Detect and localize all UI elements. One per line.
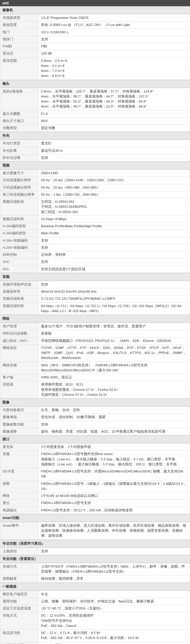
row-value: 32 Kbps~8 Mbps [39, 215, 190, 223]
section-header-专业功能（普通算法）: 专业功能（普通算法） [0, 555, 190, 563]
row-value: 定码率，变码率 [39, 251, 190, 258]
row-label: 电源接口类型 [0, 642, 39, 644]
row-value: 支持 [39, 258, 190, 266]
row-value: FWD4-LS和FWDA4-LS型号支持 [39, 500, 190, 507]
table-row: 传感器类型1/1.8" Progressive Scan CMOS [0, 14, 190, 22]
row-label: 日夜转换模式 [0, 407, 39, 414]
table-row: 存储方式上传FTP/SD卡（FWD4-LS和FWDA4-LS型号支持）/NAS，… [0, 563, 190, 575]
table-row: 电源接口类型Φ5.5 mm圆口 [0, 642, 190, 644]
row-label: 网络协议 [0, 344, 39, 362]
row-label: H.264编码类型 [0, 223, 39, 230]
row-value: 移动侦测，遮挡报警，异常 [39, 575, 190, 582]
row-value: 背光补偿、强光抑制、3D数字降噪、透雾 [39, 414, 190, 421]
row-label: 适应工作温度湿度 [0, 605, 39, 612]
row-value: Main Profile [39, 230, 190, 237]
section-header-一般规格: 一般规格 [0, 583, 190, 591]
row-label: 通用功能 [0, 598, 39, 605]
section-header-专业功能（深度学习算法）: 专业功能（深度学习算法） [0, 540, 190, 548]
section-table: 人脸抓拍支持 [0, 548, 190, 555]
table-row: H.265编码类型Main Profile [0, 230, 190, 237]
row-label: 补光灯类型 [0, 140, 39, 147]
table-row: 主码流视频分辨率50 Hz：25 fps（2560×1440，1920×1080… [0, 177, 190, 184]
row-value: 支持 [39, 421, 190, 428]
section-table: 日夜转换模式白天、夜晚、自动、定时图像增强背光补偿、强光抑制、3D数字降噪、透雾… [0, 406, 190, 435]
table-row: 音频采样率8kHz/16 kHz/32 kHz/44.1kHz/48 kHz [0, 288, 190, 295]
section-table: 存储方式上传FTP/SD卡（FWD4-LS和FWDA4-LS型号支持）/NAS，… [0, 563, 190, 583]
row-value: 50 Hz：25 fps（2560×1440，1920×1080，1280×72… [39, 177, 190, 184]
section-header-补光: 补光 [0, 132, 190, 140]
row-value: 心跳、镜像、密码保护、水印技术、IP地址过滤、flash日志、像素计数器 [39, 598, 190, 605]
table-row: 电源输出FWD4-LS型号支持：DC12 V，100 mA，仅供检器供电使用 [0, 507, 190, 514]
row-value: 上传FTP/SD卡（FWD4-LS和FWDA4-LS型号支持）/NAS，上传中心… [39, 563, 190, 575]
table-row: 网络协议TCP/IP，ICMP，HTTP，FTP，DHCP，DNS，DDNS，R… [0, 344, 190, 362]
section-table: 音频环境噪声过滤支持音频采样率8kHz/16 kHz/32 kHz/44.1kH… [0, 281, 190, 315]
row-label: 音频压缩标准 [0, 295, 39, 302]
row-value: 柔光灯 [39, 140, 190, 147]
row-value: NAS（NFS，SMB/CIFS协支持），FWD4A-LS和FWDA4-LS型号… [39, 362, 190, 374]
row-label: 图像增强 [0, 414, 39, 421]
row-label: 光圈类型 [0, 125, 39, 132]
row-label: P/N制 [0, 43, 39, 50]
row-label: 网页客户端语言 [0, 591, 39, 598]
section-header-视频: 视频 [0, 162, 190, 169]
row-label: 报警 [0, 480, 39, 493]
row-value: 2.8mm：2.5 m~84mm：3.1 m~86mm：7.2 m~88mm：8… [39, 57, 190, 80]
row-label: H.265编码类型 [0, 230, 39, 237]
row-value: 支持 [39, 36, 190, 43]
table-row: 用户管理最多32个用户，可分3级用户权限管理：管理员、操作员、普通用户 [0, 323, 190, 330]
row-value: 主码流：H.265/H.264子码流：H.264/H.264/MJPEG第三码流… [39, 198, 190, 216]
row-value: FWD4-LS和FWDA4-LS型号额外支持line in/out:场路输入（L… [39, 451, 190, 468]
table-row: 通用功能心跳、镜像、密码保护、水印技术、IP地址过滤、flash日志、像素计数器 [0, 598, 190, 605]
table-row: SVC支持 [0, 258, 190, 266]
section-table: 补光灯类型柔光灯补光距离最远可达30 m防补光过曝支持 [0, 140, 190, 162]
row-label: 麦克风 [0, 444, 39, 451]
row-label: 图像调整 [0, 428, 39, 435]
row-value: DC：12 V，0.71 A，最大功耗：8.5 WPoE：802.3af，36 … [39, 630, 190, 642]
row-value: 50 Hz：1 fps（1280×720，640×360） [39, 191, 190, 198]
table-row: 慢快门支持 [0, 36, 190, 43]
row-label: 网络存储 [0, 362, 39, 374]
table-row: 最大光圈数F1.0 [0, 110, 190, 117]
table-row: H.264+智能编码支持 [0, 237, 190, 244]
row-value: -30 °C~60 °C，湿度小于95%（无凝结） [39, 605, 190, 612]
section-header-图像: 图像 [0, 398, 190, 406]
table-row: 音频环境噪声过滤支持 [0, 281, 190, 288]
row-label: 慢快门 [0, 36, 39, 43]
row-value: 120 dB [39, 50, 190, 57]
row-value: 1个内置麦克风，1个内置扬声器 [39, 444, 190, 451]
row-value: 2.8mm，水平视场角：105.7°，垂直视场角：57.2°，对角视场角：124… [39, 88, 190, 110]
section-table: 麦克风1个内置麦克风，1个内置扬声器音频FWD4-LS和FWDA4-LS型号额外… [0, 443, 190, 514]
section-table: 网页客户端语言中文通用功能心跳、镜像、密码保护、水印技术、IP地址过滤、flas… [0, 591, 190, 644]
table-row: P/N制P制 [0, 43, 190, 50]
row-label: 客户端 [0, 374, 39, 381]
table-row: 接口协议（API）开放型网络视频接口（PROFILES, PROFILE G），… [0, 337, 190, 344]
section-header-网络: 网络 [0, 315, 190, 323]
table-row: 景深范围2.8mm：2.5 m~84mm：3.1 m~86mm：7.2 m~88… [0, 57, 190, 80]
row-label: 用户管理 [0, 323, 39, 330]
table-row: 图像参数功能支持 [0, 421, 190, 428]
table-row: 网络1个RJ45 10 M/100 M自适应以太网口 [0, 493, 190, 500]
row-label: H.264+智能编码 [0, 237, 39, 244]
row-label: 主码流视频分辨率 [0, 177, 39, 184]
table-row: 网络存储NAS（NFS，SMB/CIFS协支持），FWD4A-LS和FWDA4-… [0, 362, 190, 374]
section-header-摄像机: 摄像机 [0, 6, 190, 14]
row-label: ROI [0, 266, 39, 273]
table-row: 补光距离最远可达30 m [0, 147, 190, 154]
row-value: DC：12 V±25%，支持防反接保护*DW型号不支持PoEPoE：802.3a… [39, 612, 190, 630]
table-row: 图像调整旋转、饱和度、亮度、对比度、锐度、AGC、白平衡通过客户端或者浏览器可调 [0, 428, 190, 435]
table-row: 镜头尺寸接口M16 [0, 117, 190, 124]
table-row: 最大图像尺寸2560×1440 [0, 170, 190, 177]
section-table: 最大图像尺寸2560×1440主码流视频分辨率50 Hz：25 fps（2560… [0, 169, 190, 273]
row-value: 支持 [39, 548, 190, 555]
section-table: 传感器类型1/1.8" Progressive Scan CMOS最低照度彩色:… [0, 14, 190, 80]
table-row: H.265+智能编码支持 [0, 244, 190, 251]
table-row: 第三码流视频分辨率50 Hz：1 fps（1280×720，640×360） [0, 191, 190, 198]
table-row: 人脸抓拍支持 [0, 548, 190, 555]
row-label: 接口协议（API） [0, 337, 39, 344]
row-value: FWD4-LS和FWDA4-LS型号：1路输入，1路输出（报警输出最大支持DC2… [39, 480, 190, 493]
row-value: 最远可达30 m [39, 147, 190, 154]
row-value: 使用插件预览：IE10，IE11使用本地股协预览：Chrome 57.0+，Fi… [39, 381, 190, 398]
row-label: 快门 [0, 29, 39, 36]
row-label: 同时访问连接数 [0, 330, 39, 337]
row-value: 彩色: 0.0005 Lux @ （F1.0，AGC ON），0 Lux wit… [39, 22, 190, 29]
